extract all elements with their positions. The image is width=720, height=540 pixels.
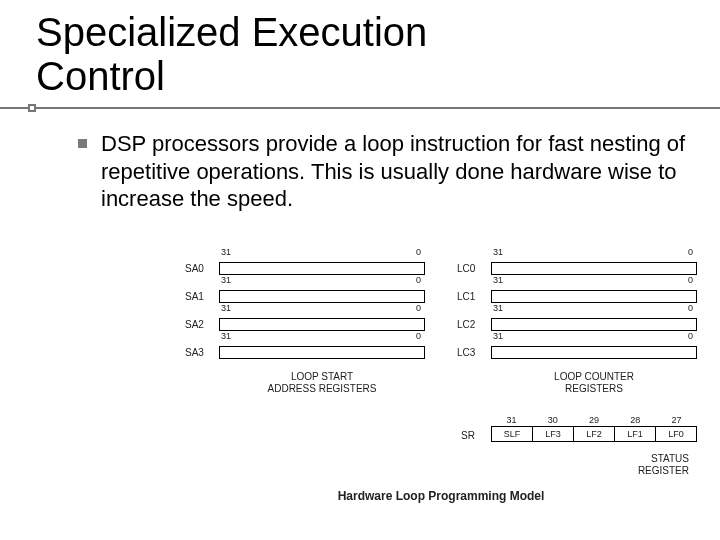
sr-label: SR [461, 430, 475, 441]
sr-cell: LF1 [615, 427, 656, 441]
register-row: SA1 31 0 [185, 275, 425, 303]
bit-high: 31 [221, 331, 231, 341]
status-register-row: SR 31 30 29 28 27 SLF LF3 LF2 LF1 LF0 [457, 415, 697, 445]
sr-caption: STATUS REGISTER [457, 453, 697, 476]
register-label: SA1 [185, 291, 204, 302]
title-line-2: Control [36, 54, 165, 98]
register-label: LC3 [457, 347, 475, 358]
register-box [219, 262, 425, 275]
caption-line: REGISTER [638, 465, 689, 476]
register-label: LC2 [457, 319, 475, 330]
caption-line: STATUS [651, 453, 689, 464]
sr-bit: 29 [573, 415, 614, 425]
caption-line: REGISTERS [565, 383, 623, 394]
bit-high: 31 [221, 247, 231, 257]
bit-high: 31 [493, 331, 503, 341]
sr-bit: 30 [532, 415, 573, 425]
status-register-block: SR 31 30 29 28 27 SLF LF3 LF2 LF1 LF0 ST… [457, 415, 697, 476]
sr-cell: SLF [492, 427, 533, 441]
register-columns: SA0 31 0 SA1 31 0 SA2 31 0 [185, 247, 697, 394]
caption-line: LOOP START [291, 371, 353, 382]
bit-high: 31 [221, 303, 231, 313]
caption-line: ADDRESS REGISTERS [268, 383, 377, 394]
counter-regs-caption: LOOP COUNTER REGISTERS [457, 371, 697, 394]
caption-line: LOOP COUNTER [554, 371, 634, 382]
register-label: LC1 [457, 291, 475, 302]
register-box [491, 290, 697, 303]
bit-low: 0 [688, 247, 693, 257]
bit-low: 0 [688, 275, 693, 285]
title-line-1: Specialized Execution [36, 10, 427, 54]
divider-ornament [28, 104, 36, 112]
start-regs-caption: LOOP START ADDRESS REGISTERS [185, 371, 425, 394]
sr-bit: 28 [615, 415, 656, 425]
sr-cell: LF3 [533, 427, 574, 441]
bit-low: 0 [416, 331, 421, 341]
sr-box: SLF LF3 LF2 LF1 LF0 [491, 426, 697, 442]
register-label: LC0 [457, 263, 475, 274]
register-row: LC1 31 0 [457, 275, 697, 303]
bit-high: 31 [221, 275, 231, 285]
register-row: LC2 31 0 [457, 303, 697, 331]
divider-line [0, 107, 720, 109]
register-box [219, 318, 425, 331]
register-box [219, 290, 425, 303]
figure-caption: Hardware Loop Programming Model [185, 489, 697, 503]
counter-column: LC0 31 0 LC1 31 0 LC2 31 0 [457, 247, 697, 394]
bit-low: 0 [416, 303, 421, 313]
bit-high: 31 [493, 247, 503, 257]
register-box [219, 346, 425, 359]
bit-high: 31 [493, 303, 503, 313]
register-row: SA3 31 0 [185, 331, 425, 359]
bullet-icon [78, 139, 87, 148]
slide: Specialized Execution Control DSP proces… [0, 0, 720, 540]
title-divider [0, 104, 720, 112]
body-paragraph: DSP processors provide a loop instructio… [0, 130, 720, 213]
register-box [491, 262, 697, 275]
sr-cell: LF2 [574, 427, 615, 441]
bit-high: 31 [493, 275, 503, 285]
register-box [491, 346, 697, 359]
register-label: SA2 [185, 319, 204, 330]
bit-low: 0 [416, 247, 421, 257]
register-row: SA2 31 0 [185, 303, 425, 331]
start-address-column: SA0 31 0 SA1 31 0 SA2 31 0 [185, 247, 425, 394]
body-text: DSP processors provide a loop instructio… [101, 130, 690, 213]
sr-bit-numbers: 31 30 29 28 27 [491, 415, 697, 425]
register-row: LC3 31 0 [457, 331, 697, 359]
register-label: SA0 [185, 263, 204, 274]
register-row: SA0 31 0 [185, 247, 425, 275]
bit-low: 0 [688, 303, 693, 313]
bit-low: 0 [688, 331, 693, 341]
sr-bit: 31 [491, 415, 532, 425]
register-label: SA3 [185, 347, 204, 358]
sr-bit: 27 [656, 415, 697, 425]
register-box [491, 318, 697, 331]
register-row: LC0 31 0 [457, 247, 697, 275]
sr-cell: LF0 [656, 427, 696, 441]
slide-title: Specialized Execution Control [0, 0, 720, 104]
register-diagram: SA0 31 0 SA1 31 0 SA2 31 0 [185, 247, 697, 394]
bit-low: 0 [416, 275, 421, 285]
